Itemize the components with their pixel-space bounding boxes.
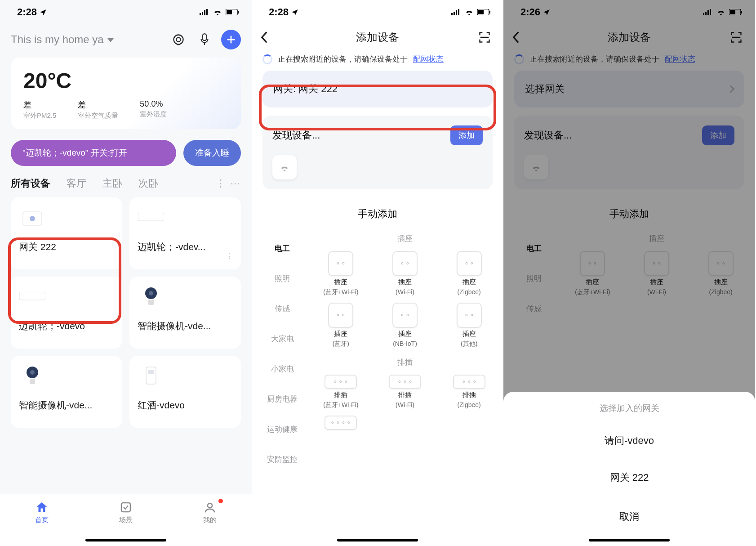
socket-icon: ⚬⚬ [580, 251, 605, 276]
sheet-cancel[interactable]: 取消 [503, 499, 755, 524]
device-camera-1[interactable]: 智能摄像机-vde... [129, 277, 241, 349]
weather-row: 差 室外PM2.5 差 室外空气质量 50.0% 室外湿度 [23, 99, 228, 120]
location-icon [543, 9, 550, 16]
found-devices-card: 发现设备... 添加 [262, 116, 493, 189]
sheet-option-1[interactable]: 请问-vdevo [503, 422, 755, 459]
tab-all-devices[interactable]: 所有设备 [11, 177, 50, 190]
strip-bt-wifi[interactable]: ⚬⚬⚬排插(蓝牙+Wi-Fi) [310, 375, 372, 409]
back-button[interactable] [261, 31, 277, 43]
socket-bt[interactable]: ⚬⚬插座(蓝牙) [310, 303, 372, 348]
cat-security[interactable]: 安防监控 [258, 444, 307, 474]
svg-rect-9 [177, 44, 180, 45]
weather-pm25: 差 室外PM2.5 [23, 99, 56, 120]
found-devices-card: 发现设备... 添加 [514, 116, 744, 189]
location-icon [40, 9, 47, 16]
cat-health[interactable]: 运动健康 [258, 414, 307, 444]
status-right [451, 9, 491, 15]
sheet-option-2[interactable]: 网关 222 [503, 459, 755, 496]
signal-icon [703, 9, 713, 15]
strip-extra[interactable]: ⚬⚬⚬⚬ [310, 416, 372, 430]
strip-zigbee[interactable]: ⚬⚬⚬排插(Zigbee) [438, 375, 500, 409]
socket-other[interactable]: ⚬⚬插座(其他) [438, 303, 500, 348]
nav-bar: 添加设备 [503, 24, 755, 50]
found-device-wifi[interactable] [272, 155, 297, 179]
socket-bt-wifi[interactable]: ⚬⚬插座(蓝牙+Wi-Fi) [310, 251, 372, 296]
svg-rect-1 [202, 12, 203, 15]
cat-large-app[interactable]: 大家电 [258, 324, 307, 354]
back-button [512, 31, 529, 43]
status-time: 2:28 [17, 6, 37, 18]
home-title-label: This is my home ya [11, 33, 104, 46]
socket-zigbee[interactable]: ⚬⚬插座(Zigbee) [438, 251, 500, 296]
socket-icon: ⚬⚬ [457, 251, 482, 276]
status-right [200, 9, 239, 15]
wifi-icon [465, 9, 474, 15]
scene-sleep-pill[interactable]: 准备入睡 [183, 140, 241, 166]
tab-home[interactable]: 首页 [0, 494, 84, 546]
weather-card[interactable]: 20°C 差 室外PM2.5 差 室外空气质量 50.0% 室外湿度 [11, 58, 241, 129]
pairing-link[interactable]: 配网状态 [413, 54, 444, 64]
socket-nbiot[interactable]: ⚬⚬插座(NB-IoT) [374, 303, 436, 348]
cat-small-app[interactable]: 小家电 [258, 354, 307, 384]
camera-device-icon [138, 286, 165, 308]
chevron-right-icon [727, 85, 735, 93]
scene-switch-pill[interactable]: "迈凯轮；-vdevo" 开关:打开 [11, 140, 176, 166]
tab-mine[interactable]: 我的 [168, 494, 252, 546]
temperature: 20°C [23, 68, 228, 93]
gateway-label: 网关: 网关 222 [273, 82, 338, 96]
mic-icon[interactable] [195, 30, 214, 49]
cat-sensor[interactable]: 传感 [258, 294, 307, 324]
wine-icon [138, 365, 165, 387]
strip-wifi[interactable]: ⚬⚬⚬排插(Wi-Fi) [374, 375, 436, 409]
cat-lighting[interactable]: 照明 [258, 264, 307, 294]
svg-rect-14 [138, 213, 164, 221]
gateway-icon [19, 206, 46, 229]
ac-icon [138, 206, 165, 229]
svg-rect-34 [705, 12, 707, 15]
cat-sensor: 传感 [510, 294, 558, 324]
home-icon [35, 501, 49, 514]
svg-rect-15 [19, 292, 45, 300]
menu-icon[interactable]: ⋮ [226, 252, 233, 260]
cat-lighting: 照明 [510, 264, 558, 294]
device-mclaren-1[interactable]: 迈凯轮；-vdev... ⋮ [129, 197, 241, 269]
svg-point-20 [30, 370, 35, 375]
strip-icon: ⚬⚬⚬ [453, 375, 485, 389]
tab-scene[interactable]: 场景 [84, 494, 168, 546]
add-found-button[interactable]: 添加 [450, 125, 483, 145]
tab-master[interactable]: 主卧 [102, 177, 122, 190]
status-time: 2:28 [269, 6, 289, 18]
device-mclaren-2[interactable]: 迈凯轮；-vdevo [11, 277, 122, 349]
manual-body: 电工 照明 传感 大家电 小家电 厨房电器 运动健康 安防监控 插座 ⚬⚬插座(… [252, 233, 503, 474]
cat-kitchen[interactable]: 厨房电器 [258, 384, 307, 414]
home-header: This is my home ya [0, 24, 252, 58]
socket-wifi[interactable]: ⚬⚬插座(Wi-Fi) [374, 251, 436, 296]
scan-button[interactable] [478, 31, 494, 44]
camera-icon[interactable] [169, 30, 188, 49]
section-strip: 排插 [310, 357, 500, 367]
tab-living[interactable]: 客厅 [67, 177, 86, 190]
tab-second[interactable]: 次卧 [138, 177, 158, 190]
gateway-card[interactable]: 网关: 网关 222 [262, 71, 493, 107]
search-tip: 正在搜索附近的设备，请确保设备处于配网状态 [503, 50, 755, 71]
tab-more-icon[interactable]: ⋮ ⋯ [216, 178, 241, 189]
product-area: 插座 ⚬⚬插座(蓝牙+Wi-Fi) ⚬⚬插座(Wi-Fi) ⚬⚬插座(Zigbe… [558, 233, 755, 324]
device-wine[interactable]: 红酒-vdevo [129, 356, 241, 428]
home-dropdown[interactable]: This is my home ya [11, 33, 114, 46]
svg-rect-27 [454, 12, 455, 15]
device-gateway222[interactable]: 网关 222 [11, 197, 122, 269]
tab-bar: 首页 场景 我的 [0, 494, 252, 546]
socket-icon: ⚬⚬ [644, 251, 669, 276]
socket-zigbee: ⚬⚬插座(Zigbee) [690, 251, 752, 296]
svg-rect-39 [741, 11, 742, 13]
page-title: 添加设备 [529, 30, 730, 45]
device-camera-2[interactable]: 智能摄像机-vde... [11, 356, 122, 428]
status-time: 2:26 [520, 6, 540, 18]
room-tabs: 所有设备 客厅 主卧 次卧 ⋮ ⋯ [0, 174, 252, 197]
manual-title: 手动添加 [503, 207, 755, 221]
battery-icon [477, 9, 491, 15]
cat-electrical[interactable]: 电工 [258, 233, 307, 264]
svg-point-25 [208, 503, 212, 508]
add-button[interactable] [221, 30, 241, 49]
socket-icon: ⚬⚬ [392, 251, 418, 276]
